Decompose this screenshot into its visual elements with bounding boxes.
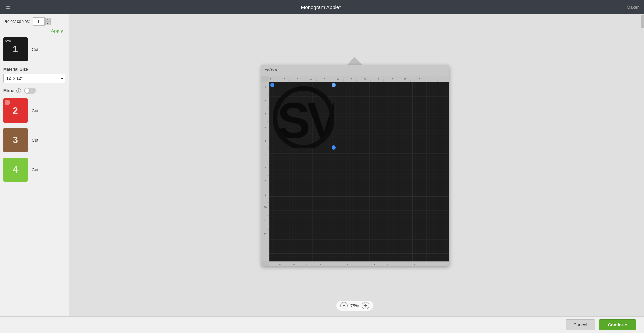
project-copies-label: Project copies: bbox=[3, 19, 30, 24]
app-title: Monogram Apple* bbox=[15, 4, 627, 10]
mat-item-2[interactable]: 2 Cut bbox=[3, 98, 65, 123]
zoom-value: 75% bbox=[350, 303, 359, 308]
cancel-button[interactable]: Cancel bbox=[566, 319, 595, 330]
mirror-info-icon[interactable]: i bbox=[16, 88, 21, 93]
mat-body: 1 2 3 4 5 6 7 8 9 10 bbox=[261, 82, 449, 261]
cricut-logo: cricut bbox=[265, 67, 278, 73]
svg-text:8: 8 bbox=[364, 78, 366, 80]
canvas-area: cricut 1 2 3 4 5 6 bbox=[69, 14, 641, 316]
device-label: Maker bbox=[627, 5, 639, 10]
svg-text:4: 4 bbox=[265, 126, 266, 129]
mat-item-3[interactable]: 3 Cut bbox=[3, 128, 65, 152]
svg-text:3: 3 bbox=[297, 78, 298, 80]
svg-text:6: 6 bbox=[265, 153, 266, 156]
svg-text:7: 7 bbox=[333, 263, 335, 265]
svg-text:3: 3 bbox=[387, 263, 388, 265]
svg-text:6: 6 bbox=[337, 78, 339, 80]
scroll-thumb[interactable] bbox=[641, 15, 644, 28]
mat-thumb-3: 3 bbox=[3, 128, 28, 152]
continue-button[interactable]: Continue bbox=[599, 319, 636, 330]
zoom-controls: − 75% + bbox=[336, 301, 373, 311]
handle-bottom-right[interactable] bbox=[332, 145, 336, 150]
mat-header: cricut bbox=[261, 65, 449, 76]
selection-box bbox=[272, 85, 334, 148]
mat-label-1: Cut bbox=[32, 47, 38, 52]
mirror-toggle-knob bbox=[25, 88, 29, 93]
left-ruler: 1 2 3 4 5 6 7 8 9 10 bbox=[261, 82, 269, 261]
zoom-out-button[interactable]: − bbox=[340, 302, 348, 309]
mat-container: cricut 1 2 3 4 5 6 bbox=[261, 65, 449, 266]
mat-inner: 1 2 3 4 5 6 7 8 9 10 11 bbox=[261, 76, 449, 266]
svg-text:3: 3 bbox=[265, 113, 266, 115]
footer: Cancel Continue bbox=[0, 316, 644, 333]
svg-text:7: 7 bbox=[265, 167, 266, 169]
svg-text:9: 9 bbox=[306, 263, 308, 265]
main-area: Project copies: ▲ ▼ Apply SVG 1 Cut Mate… bbox=[0, 14, 644, 316]
svg-text:8: 8 bbox=[320, 263, 321, 265]
bottom-ruler: 1 2 3 4 5 6 7 8 9 10 11 bbox=[269, 261, 449, 266]
header: ☰ Monogram Apple* Maker bbox=[0, 0, 644, 14]
mat-number-2: 2 bbox=[13, 105, 18, 116]
mirror-label-wrap: Mirror i bbox=[3, 88, 21, 93]
material-size-label: Material Size bbox=[3, 67, 65, 72]
top-ruler: 1 2 3 4 5 6 7 8 9 10 11 bbox=[269, 76, 449, 82]
svg-text:5: 5 bbox=[265, 140, 266, 142]
material-size-section: Material Size 12" x 12" 12" x 24" Custom bbox=[3, 67, 65, 88]
svg-text:1: 1 bbox=[270, 78, 271, 80]
mat-thumb-1: SVG 1 bbox=[3, 37, 28, 61]
mat-thumb-4: 4 bbox=[3, 158, 28, 182]
mat-corner-2 bbox=[5, 100, 10, 105]
mat-label-3: Cut bbox=[32, 138, 38, 143]
mat-arrow bbox=[347, 57, 362, 65]
project-copies-row: Project copies: ▲ ▼ bbox=[3, 17, 65, 26]
svg-text:2: 2 bbox=[400, 263, 402, 265]
svg-text:10: 10 bbox=[264, 206, 267, 208]
svg-text:11: 11 bbox=[264, 219, 267, 222]
mirror-label: Mirror bbox=[3, 88, 15, 93]
scrollbar-right[interactable] bbox=[641, 14, 644, 316]
zoom-in-button[interactable]: + bbox=[362, 302, 369, 309]
svg-text:2: 2 bbox=[265, 99, 266, 102]
mat-svg-label-1: SVG bbox=[5, 39, 11, 42]
copies-up-button[interactable]: ▲ bbox=[45, 18, 51, 22]
handle-top-left[interactable] bbox=[270, 83, 274, 87]
mat-dark-grid[interactable]: SVG bbox=[269, 82, 449, 261]
svg-text:9: 9 bbox=[265, 194, 266, 196]
mat-label-2: Cut bbox=[32, 108, 38, 113]
svg-text:4: 4 bbox=[310, 78, 312, 80]
mirror-row: Mirror i bbox=[3, 88, 65, 94]
svg-text:1: 1 bbox=[265, 86, 266, 88]
mat-thumb-2: 2 bbox=[3, 98, 28, 123]
menu-icon[interactable]: ☰ bbox=[5, 3, 11, 11]
mat-number-3: 3 bbox=[13, 135, 18, 145]
copies-input[interactable] bbox=[33, 17, 45, 26]
svg-text:1: 1 bbox=[414, 263, 415, 265]
mirror-toggle[interactable] bbox=[24, 88, 36, 94]
svg-text:12: 12 bbox=[417, 78, 420, 80]
svg-text:11: 11 bbox=[404, 78, 406, 80]
svg-text:7: 7 bbox=[351, 78, 352, 80]
svg-text:9: 9 bbox=[378, 78, 379, 80]
mat-number-4: 4 bbox=[13, 164, 18, 175]
mat-item-4[interactable]: 4 Cut bbox=[3, 158, 65, 182]
mat-number-1: 1 bbox=[13, 44, 18, 55]
svg-text:5: 5 bbox=[324, 78, 325, 80]
svg-text:5: 5 bbox=[360, 263, 361, 265]
material-size-select[interactable]: 12" x 12" 12" x 24" Custom bbox=[3, 74, 65, 83]
svg-text:6: 6 bbox=[347, 263, 348, 265]
svg-text:4: 4 bbox=[374, 263, 375, 265]
svg-text:8: 8 bbox=[265, 180, 266, 182]
svg-text:10: 10 bbox=[390, 78, 393, 80]
svg-text:2: 2 bbox=[284, 78, 285, 80]
mat-item-1[interactable]: SVG 1 Cut bbox=[3, 37, 65, 61]
handle-top-right[interactable] bbox=[332, 83, 336, 87]
copies-input-wrap: ▲ ▼ bbox=[33, 17, 51, 26]
sidebar: Project copies: ▲ ▼ Apply SVG 1 Cut Mate… bbox=[0, 14, 69, 316]
copies-down-button[interactable]: ▼ bbox=[45, 22, 51, 25]
cricut-mat: cricut 1 2 3 4 5 6 bbox=[261, 65, 449, 266]
svg-text:10: 10 bbox=[292, 263, 295, 265]
mat-label-4: Cut bbox=[32, 167, 38, 172]
svg-text:11: 11 bbox=[279, 263, 281, 265]
svg-text:12: 12 bbox=[264, 233, 267, 235]
apply-button[interactable]: Apply bbox=[49, 28, 65, 34]
